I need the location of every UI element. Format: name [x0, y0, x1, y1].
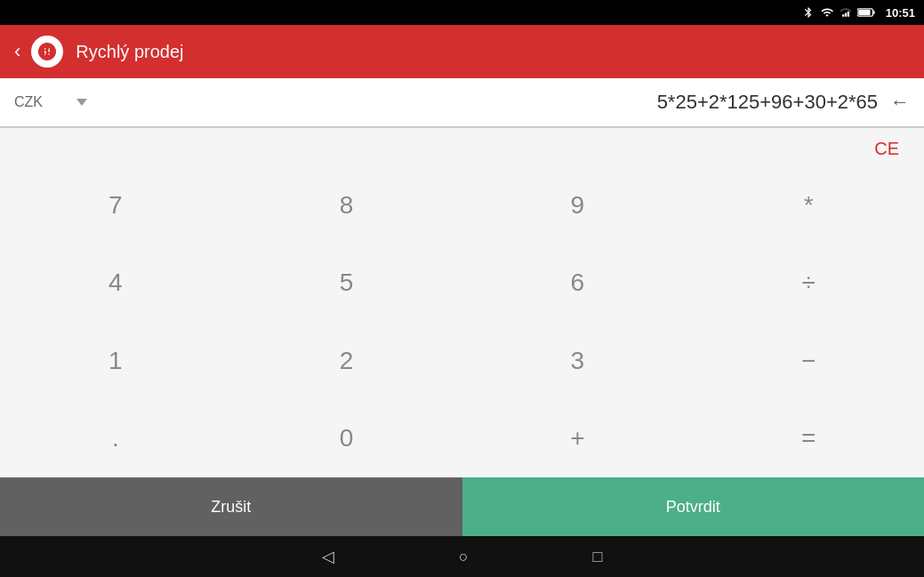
key-equals[interactable]: =	[693, 400, 924, 478]
key-divide[interactable]: ÷	[693, 244, 924, 323]
app-logo: S	[31, 36, 63, 68]
wifi-icon	[820, 6, 834, 19]
back-button[interactable]: ‹	[14, 40, 20, 63]
key-1[interactable]: 1	[0, 322, 231, 400]
status-icons: 10:51	[802, 6, 915, 20]
bottom-buttons: Zrušit Potvrdit	[0, 477, 924, 536]
key-9[interactable]: 9	[462, 166, 694, 244]
numpad: 7 8 9 * 4 5 6 ÷ 1 2 3 − . 0 + =	[0, 166, 924, 477]
signal-icon	[840, 6, 852, 19]
cancel-button[interactable]: Zrušit	[0, 477, 462, 536]
key-6[interactable]: 6	[462, 244, 694, 323]
status-time: 10:51	[886, 6, 915, 20]
ce-button[interactable]: CE	[864, 135, 910, 163]
key-7[interactable]: 7	[0, 166, 231, 244]
key-0[interactable]: 0	[231, 400, 462, 478]
key-minus[interactable]: −	[693, 322, 924, 400]
confirm-button[interactable]: Potvrdit	[462, 477, 925, 536]
svg-rect-2	[842, 14, 844, 16]
nav-recent-icon[interactable]: □	[593, 548, 603, 566]
currency-label: CZK	[14, 94, 68, 110]
bluetooth-icon	[802, 6, 815, 19]
nav-bar: ◁ ○ □	[0, 536, 924, 577]
top-bar: ‹ S Rychlý prodej	[0, 25, 924, 78]
key-8[interactable]: 8	[231, 166, 462, 244]
svg-rect-0	[848, 12, 849, 17]
key-3[interactable]: 3	[462, 322, 694, 400]
key-2[interactable]: 2	[231, 322, 462, 400]
ce-row: CE	[0, 128, 924, 166]
key-plus[interactable]: +	[462, 400, 694, 478]
svg-text:S: S	[44, 47, 51, 57]
battery-icon	[857, 7, 875, 18]
status-bar: 10:51	[0, 0, 924, 25]
calculator-area: CE 7 8 9 * 4 5 6 ÷ 1 2 3 − . 0 + =	[0, 128, 924, 477]
nav-home-icon[interactable]: ○	[459, 548, 469, 566]
svg-rect-1	[845, 13, 847, 17]
nav-back-icon[interactable]: ◁	[322, 547, 334, 566]
input-row: CZK 5*25+2*125+96+30+2*65 ←	[0, 78, 924, 128]
currency-dropdown-arrow[interactable]	[76, 99, 87, 106]
logo-icon: S	[36, 41, 58, 62]
key-dot[interactable]: .	[0, 400, 231, 478]
expression-display: 5*25+2*125+96+30+2*65	[101, 91, 878, 114]
key-5[interactable]: 5	[231, 244, 462, 323]
svg-rect-4	[858, 10, 870, 15]
key-4[interactable]: 4	[0, 244, 231, 323]
svg-rect-5	[872, 11, 874, 14]
page-title: Rychlý prodej	[76, 42, 183, 62]
backspace-button[interactable]: ←	[890, 91, 910, 114]
key-multiply[interactable]: *	[693, 166, 924, 244]
